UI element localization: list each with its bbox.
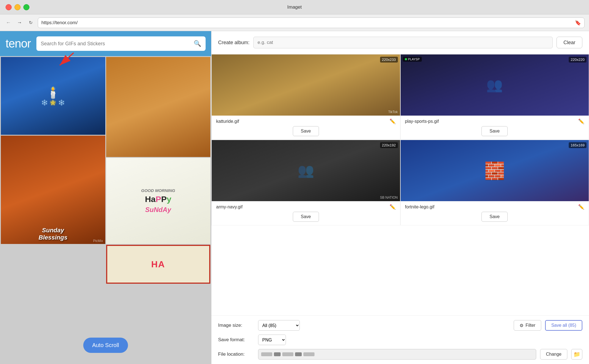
gif-item-cat[interactable] [106, 57, 211, 157]
tenor-search-input[interactable] [41, 41, 191, 47]
imaget-sidebar: Create album: Clear 220x233 TikTok [211, 31, 589, 364]
tiktok-badge: TikTok [388, 110, 398, 114]
image-card-3: 👥 220x192 SB NATION army-navy.gif ✏️ Sav… [211, 140, 400, 225]
album-name-input[interactable] [253, 37, 553, 48]
save-all-button[interactable]: Save all (85) [545, 320, 582, 331]
file-location-bar [258, 349, 536, 360]
image-thumb-2: 👥 PLAYSP 220x220 [401, 54, 589, 116]
path-segment-4 [295, 352, 302, 356]
image-card-2: 👥 PLAYSP 220x220 play-sports-ps.gif ✏️ [400, 54, 589, 140]
image-info-2: play-sports-ps.gif ✏️ [401, 116, 589, 126]
window-title: Imaget [287, 4, 302, 10]
close-button[interactable] [6, 4, 12, 10]
picmix-badge: PicMix [93, 239, 103, 243]
save-format-label: Save format: [218, 337, 254, 343]
ha-text: HA [151, 259, 165, 270]
filename-1: katturide.gif [216, 119, 239, 124]
url-text: https://tenor.com/ [41, 20, 78, 26]
create-album-row: Create album: Clear [211, 31, 589, 54]
path-segment-1 [261, 352, 272, 356]
file-location-row: File location: Change 📁 [218, 349, 582, 360]
save-button-4[interactable]: Save [481, 212, 508, 222]
image-size-row: Image size: All (85) Small Medium Large … [218, 320, 582, 331]
back-button[interactable]: ← [4, 19, 12, 27]
path-segment-3 [282, 352, 293, 356]
filename-2: play-sports-ps.gif [405, 119, 439, 124]
tenor-header: tenor 🔍 [0, 31, 211, 56]
image-info-3: army-navy.gif ✏️ [212, 201, 400, 212]
edit-icon-4[interactable]: ✏️ [578, 204, 584, 210]
filter-label: Filter [526, 323, 536, 328]
filter-icon: ⚙ [520, 323, 523, 328]
dimension-badge-4: 165x169 [569, 142, 586, 148]
live-dot [405, 58, 407, 60]
gif-item-fall[interactable]: SundayBlessings PicMix [1, 136, 105, 244]
tenor-search-bar[interactable]: 🔍 [36, 36, 206, 51]
gif-column-2: GOOD MORNING HaPPy SuNdAy HA [106, 57, 211, 363]
path-segment-2 [274, 352, 281, 356]
dimension-badge-1: 220x233 [380, 57, 398, 63]
sbnation-badge: SB NATION [380, 196, 398, 200]
good-morning-text: GOOD MORNING HaPPy SuNdAy [141, 188, 175, 215]
image-thumb-4: 🧱 165x169 [401, 140, 589, 201]
playspo-text: PLAYSP [408, 58, 420, 61]
auto-scroll-button[interactable]: Auto Scroll [83, 338, 128, 353]
clear-button[interactable]: Clear [556, 37, 582, 48]
window-controls [6, 4, 29, 10]
gif-item-ha[interactable]: HA [106, 245, 211, 284]
image-info-1: katturide.gif ✏️ [212, 116, 400, 126]
bottom-controls: Image size: All (85) Small Medium Large … [211, 315, 589, 364]
edit-icon-3[interactable]: ✏️ [390, 204, 396, 210]
playspo-badge: PLAYSP [403, 57, 422, 62]
open-folder-button[interactable]: 📁 [571, 349, 582, 360]
gif-grid: 🕯️ ❄️ 🌟 ❄️ SundayBlessings PicMix [0, 56, 211, 364]
images-grid: 220x233 TikTok katturide.gif ✏️ Save � [211, 54, 589, 225]
image-thumb-3: 👥 220x192 SB NATION [212, 140, 400, 201]
image-card-1: 220x233 TikTok katturide.gif ✏️ Save [211, 54, 400, 140]
file-location-label: File location: [218, 351, 254, 357]
sunday-blessings-text: SundayBlessings [1, 227, 105, 241]
bookmark-icon[interactable]: 🔖 [575, 20, 581, 26]
refresh-button[interactable]: ↻ [27, 19, 34, 27]
image-info-4: fortnite-lego.gif ✏️ [401, 201, 589, 212]
folder-icon: 📁 [573, 351, 580, 358]
filter-button[interactable]: ⚙ Filter [514, 320, 541, 331]
forward-button[interactable]: → [16, 19, 23, 27]
tenor-logo: tenor [6, 37, 31, 50]
create-album-label: Create album: [218, 40, 249, 46]
filename-4: fortnite-lego.gif [405, 205, 435, 210]
save-button-3[interactable]: Save [293, 212, 319, 222]
address-bar[interactable]: https://tenor.com/ 🔖 [38, 18, 585, 28]
dimension-badge-2: 220x220 [569, 57, 586, 63]
images-grid-container: 220x233 TikTok katturide.gif ✏️ Save � [211, 54, 589, 315]
save-button-2[interactable]: Save [481, 126, 508, 136]
image-size-select[interactable]: All (85) Small Medium Large [258, 320, 300, 331]
save-format-row: Save format: PNG JPG GIF WEBP [218, 335, 582, 345]
save-format-select[interactable]: PNG JPG GIF WEBP [258, 335, 286, 345]
browser-content: tenor 🔍 [0, 31, 211, 364]
maximize-button[interactable] [23, 4, 29, 10]
main-layout: tenor 🔍 [0, 31, 589, 364]
minimize-button[interactable] [14, 4, 21, 10]
edit-icon-2[interactable]: ✏️ [578, 118, 584, 124]
edit-icon-1[interactable]: ✏️ [390, 118, 396, 124]
image-size-label: Image size: [218, 323, 254, 328]
title-bar: Imaget [0, 0, 589, 14]
filename-3: army-navy.gif [216, 205, 243, 210]
gif-column-1: 🕯️ ❄️ 🌟 ❄️ SundayBlessings PicMix [1, 57, 105, 363]
dimension-badge-3: 220x192 [380, 142, 398, 148]
image-card-4: 🧱 165x169 fortnite-lego.gif ✏️ Save [400, 140, 589, 225]
path-segment-5 [303, 352, 315, 356]
change-button[interactable]: Change [540, 349, 567, 360]
gif-item-goodmorning[interactable]: GOOD MORNING HaPPy SuNdAy [106, 158, 211, 244]
save-button-1[interactable]: Save [293, 126, 319, 136]
search-icon: 🔍 [194, 40, 201, 47]
browser-chrome: ← → ↻ https://tenor.com/ 🔖 [0, 14, 589, 31]
image-thumb-1: 220x233 TikTok [212, 54, 400, 116]
gif-item-christmas[interactable]: 🕯️ ❄️ 🌟 ❄️ [1, 57, 105, 135]
